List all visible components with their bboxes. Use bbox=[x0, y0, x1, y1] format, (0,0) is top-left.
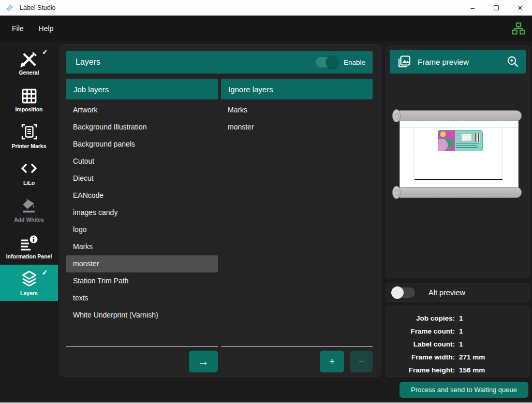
minimize-button[interactable]: – bbox=[461, 0, 484, 16]
frame-bottom-line bbox=[415, 179, 503, 180]
sidebar-item-label: General bbox=[19, 70, 39, 76]
information-panel-icon bbox=[20, 235, 39, 251]
titlebar: Label Studio – ✕ bbox=[0, 0, 532, 16]
minus-icon: − bbox=[358, 356, 364, 367]
label-nutrition-box bbox=[461, 133, 471, 141]
sidebar-item-label: Printer Marks bbox=[11, 143, 46, 150]
lilo-brackets-icon bbox=[20, 163, 38, 174]
menu-file[interactable]: File bbox=[6, 20, 30, 37]
enable-toggle[interactable] bbox=[316, 57, 337, 67]
stat-value: 271 mm bbox=[459, 353, 529, 361]
layer-item[interactable]: EANcode bbox=[66, 187, 218, 204]
stat-row: Frame count: 1 bbox=[386, 325, 529, 338]
sidebar-item-label: Imposition bbox=[15, 107, 42, 113]
zoom-magnifier-icon[interactable] bbox=[506, 55, 520, 68]
minimize-icon: – bbox=[470, 4, 474, 12]
stat-label: Job copies: bbox=[386, 314, 455, 322]
menubar: File Help bbox=[0, 16, 532, 41]
plus-icon: + bbox=[329, 356, 335, 367]
layers-panel: Layers Enable Job layers Artwork Backgro… bbox=[60, 44, 381, 377]
app-logo-icon bbox=[5, 4, 14, 12]
alt-preview-panel: Alt preview bbox=[386, 283, 530, 302]
window-title: Label Studio bbox=[20, 4, 56, 11]
layer-item[interactable]: Background panels bbox=[66, 136, 218, 153]
remove-layer-button[interactable]: − bbox=[350, 351, 373, 372]
network-icon bbox=[511, 21, 525, 36]
stat-label: Frame height: bbox=[386, 366, 455, 374]
sidebar-item-add-whites[interactable]: Add Whites bbox=[0, 191, 58, 227]
ignore-layers-column: Ignore layers Marks monster + − bbox=[221, 79, 373, 374]
maximize-button[interactable] bbox=[484, 0, 508, 16]
layer-item-selected[interactable]: monster bbox=[66, 255, 218, 272]
job-layers-header: Job layers bbox=[66, 79, 218, 99]
sidebar-item-label: LiLo bbox=[23, 180, 35, 186]
stat-row: Job copies: 1 bbox=[386, 312, 529, 325]
enable-toggle-knob bbox=[326, 56, 338, 68]
ignore-layers-list: Marks monster bbox=[221, 99, 373, 346]
layer-item[interactable]: texts bbox=[66, 290, 218, 307]
layer-item[interactable]: Background Illustration bbox=[66, 119, 218, 136]
add-whites-bucket-icon bbox=[20, 198, 38, 214]
sidebar-item-information-panel[interactable]: Information Panel bbox=[0, 228, 58, 264]
sidebar: ✓ General Imposition Printer Marks LiLo bbox=[0, 41, 58, 404]
label-barcode bbox=[475, 133, 480, 142]
layer-item[interactable]: Marks bbox=[221, 102, 373, 119]
window-controls: – ✕ bbox=[461, 0, 532, 16]
check-icon: ✓ bbox=[42, 268, 48, 277]
layer-item[interactable]: images candy bbox=[66, 204, 218, 221]
check-icon: ✓ bbox=[42, 48, 48, 56]
stat-label: Label count: bbox=[386, 340, 455, 348]
stat-label: Frame count: bbox=[386, 327, 455, 335]
sidebar-item-label: Information Panel bbox=[6, 254, 52, 260]
top-roller bbox=[395, 110, 522, 121]
stat-row: Label count: 1 bbox=[386, 338, 529, 351]
stat-value: 1 bbox=[459, 327, 529, 335]
bottom-roller bbox=[395, 187, 522, 198]
close-button[interactable]: ✕ bbox=[508, 0, 532, 16]
stat-value: 1 bbox=[459, 340, 529, 348]
layer-item[interactable]: White Underprint (Varnish) bbox=[66, 307, 218, 324]
top-roller-cap bbox=[392, 109, 401, 122]
layer-item[interactable]: Diecut bbox=[66, 170, 218, 187]
network-status-button[interactable] bbox=[510, 21, 526, 36]
menu-help[interactable]: Help bbox=[33, 20, 60, 37]
bottom-roller-cap bbox=[392, 186, 401, 199]
frame-preview-panel: Frame preview bbox=[386, 46, 530, 278]
layer-item[interactable]: Station Trim Path bbox=[66, 272, 218, 290]
layers-panel-title: Layers bbox=[76, 57, 100, 67]
layer-item[interactable]: Artwork bbox=[66, 102, 218, 119]
layer-item[interactable]: logo bbox=[66, 221, 218, 238]
sidebar-item-label: Add Whites bbox=[14, 217, 44, 223]
sidebar-item-layers[interactable]: ✓ Layers bbox=[0, 265, 58, 301]
frame-preview-stage bbox=[386, 77, 529, 201]
arrow-right-icon: → bbox=[198, 355, 209, 368]
job-layers-footer: → bbox=[66, 346, 218, 374]
frame-preview-title: Frame preview bbox=[418, 57, 469, 66]
sidebar-item-general[interactable]: ✓ General bbox=[0, 44, 58, 80]
stat-value: 156 mm bbox=[459, 366, 529, 374]
job-layers-column: Job layers Artwork Background Illustrati… bbox=[66, 79, 218, 374]
job-layers-list: Artwork Background Illustration Backgrou… bbox=[66, 99, 218, 346]
layer-item[interactable]: monster bbox=[221, 119, 373, 136]
sidebar-item-label: Layers bbox=[20, 291, 38, 297]
layer-item[interactable]: Cutout bbox=[66, 153, 218, 170]
label-artwork-graphics bbox=[438, 131, 455, 151]
alt-preview-toggle[interactable] bbox=[393, 287, 415, 298]
move-to-ignore-button[interactable]: → bbox=[189, 351, 218, 372]
sidebar-item-printer-marks[interactable]: Printer Marks bbox=[0, 118, 58, 154]
sidebar-item-imposition[interactable]: Imposition bbox=[0, 81, 58, 117]
maximize-icon bbox=[494, 5, 499, 10]
enable-toggle-label: Enable bbox=[344, 59, 365, 66]
image-preview-icon bbox=[396, 54, 411, 69]
close-icon: ✕ bbox=[518, 4, 523, 12]
add-layer-button[interactable]: + bbox=[320, 351, 344, 372]
process-send-button[interactable]: Process and send to Waiting queue bbox=[400, 382, 528, 398]
ignore-layers-footer: + − bbox=[221, 346, 373, 374]
layers-icon bbox=[20, 270, 39, 288]
general-tools-icon bbox=[19, 51, 39, 67]
job-stats-panel: Job copies: 1 Frame count: 1 Label count… bbox=[386, 306, 530, 377]
sidebar-item-lilo[interactable]: LiLo bbox=[0, 154, 58, 191]
layer-item[interactable]: Marks bbox=[66, 238, 218, 255]
stat-label: Frame width: bbox=[386, 353, 455, 361]
label-artwork-thumbnail bbox=[438, 130, 483, 151]
